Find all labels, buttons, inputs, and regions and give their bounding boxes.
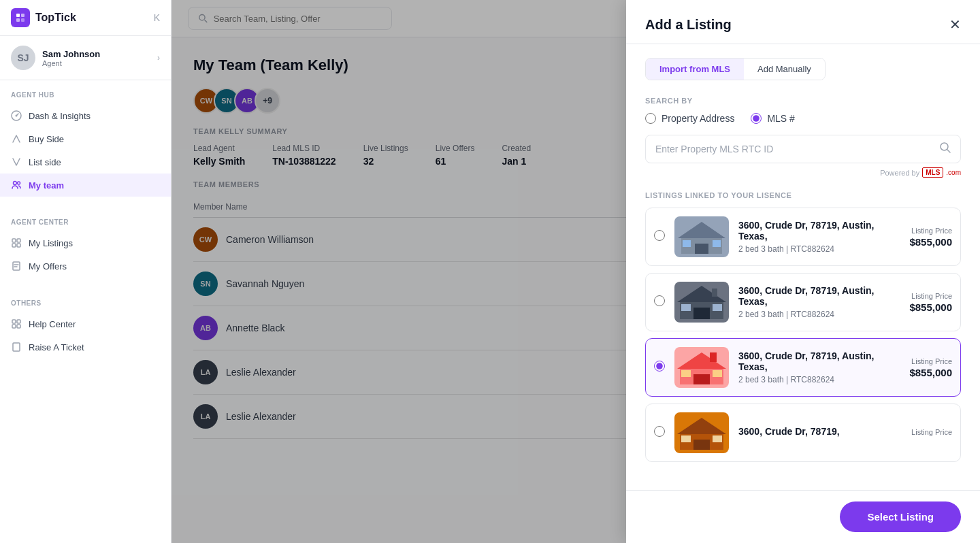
radio-mls-label: MLS # (767, 113, 794, 124)
user-info: Sam Johnson Agent (42, 49, 150, 67)
sidebar-item-my-offers[interactable]: My Offers (0, 254, 171, 278)
mls-search-input[interactable] (645, 135, 961, 163)
sidebar-item-ticket[interactable]: Raise A Ticket (0, 335, 171, 359)
sidebar-item-list-label: List side (29, 157, 61, 167)
sidebar: TopTick K SJ Sam Johnson Agent › AGENT H… (0, 0, 172, 543)
sidebar-item-buy-label: Buy Side (29, 134, 64, 144)
modal-close-button[interactable]: ✕ (949, 16, 961, 33)
listing-sub-1: 2 bed 3 bath | RTC882624 (738, 244, 900, 254)
listing-card-3[interactable]: 3600, Crude Dr, 78719, Austin, Texas, 2 … (645, 338, 961, 397)
listing-image-4 (674, 412, 729, 453)
listing-price-1: $855,000 (909, 236, 952, 248)
listing-info-4: 3600, Crude Dr, 78719, (738, 426, 902, 440)
listing-info-1: 3600, Crude Dr, 78719, Austin, Texas, 2 … (738, 220, 900, 254)
list-icon (11, 157, 22, 167)
app-name: TopTick (35, 12, 76, 24)
user-card[interactable]: SJ Sam Johnson Agent › (0, 36, 171, 80)
import-tabs: Import from MLS Add Manually (645, 58, 826, 80)
user-role: Agent (42, 59, 150, 67)
select-listing-button[interactable]: Select Listing (840, 501, 961, 532)
modal-panel: Add a Listing ✕ Import from MLS Add Manu… (626, 0, 980, 543)
listing-radio-4[interactable] (654, 426, 665, 440)
listing-info-2: 3600, Crude Dr, 78719, Austin, Texas, 2 … (738, 285, 900, 319)
listing-card-2[interactable]: 3600, Crude Dr, 78719, Austin, Texas, 2 … (645, 273, 961, 331)
listing-card-4[interactable]: 3600, Crude Dr, 78719, Listing Price (645, 404, 961, 462)
svg-rect-44 (681, 435, 691, 442)
svg-point-7 (18, 182, 20, 184)
sidebar-item-myteam-label: My team (29, 180, 64, 191)
listing-price-block-3: Listing Price $855,000 (909, 357, 952, 378)
tab-import-mls[interactable]: Import from MLS (646, 59, 744, 80)
sidebar-item-my-listings[interactable]: My Listings (0, 231, 171, 254)
radio-property-address[interactable]: Property Address (645, 113, 734, 124)
user-chevron-icon: › (157, 53, 160, 63)
agent-hub-section: AGENT HUB Dash & Insights Buy Side List … (0, 80, 171, 208)
listing-price-block-4: Listing Price (911, 428, 952, 438)
radio-address-label: Property Address (662, 113, 734, 124)
listing-price-3: $855,000 (909, 367, 952, 378)
listing-radio-3[interactable] (654, 361, 665, 374)
others-label: OTHERS (0, 299, 171, 312)
listing-price-2: $855,000 (909, 301, 952, 313)
team-icon (11, 180, 22, 191)
svg-rect-12 (13, 262, 20, 270)
listing-radio-2[interactable] (654, 295, 665, 309)
tab-add-manually[interactable]: Add Manually (744, 59, 825, 80)
sidebar-item-myteam[interactable]: My team (0, 174, 171, 197)
svg-rect-43 (693, 440, 710, 450)
logo-area: TopTick (11, 8, 76, 27)
svg-rect-2 (16, 18, 20, 22)
listing-card-1[interactable]: 3600, Crude Dr, 78719, Austin, Texas, 2 … (645, 208, 961, 266)
listing-address-3: 3600, Crude Dr, 78719, Austin, Texas, (738, 350, 900, 372)
svg-rect-0 (16, 14, 20, 17)
sidebar-item-my-listings-label: My Listings (29, 238, 73, 248)
listings-icon (11, 237, 22, 248)
sidebar-item-help[interactable]: Help Center (0, 312, 171, 335)
sidebar-item-buy[interactable]: Buy Side (0, 127, 171, 150)
modal-overlay: Add a Listing ✕ Import from MLS Add Manu… (172, 0, 980, 543)
sidebar-item-dash[interactable]: Dash & Insights (0, 104, 171, 127)
listing-info-3: 3600, Crude Dr, 78719, Austin, Texas, 2 … (738, 350, 900, 384)
sidebar-item-ticket-label: Raise A Ticket (29, 342, 84, 352)
sidebar-item-list[interactable]: List side (0, 150, 171, 174)
radio-group: Property Address MLS # (645, 113, 961, 124)
svg-rect-8 (12, 239, 16, 242)
mls-badge: MLS (922, 167, 943, 178)
agent-center-label: AGENT CENTER (0, 218, 171, 231)
agent-hub-label: AGENT HUB (0, 91, 171, 104)
listing-address-2: 3600, Crude Dr, 78719, Austin, Texas, (738, 285, 900, 307)
svg-rect-31 (713, 304, 722, 311)
svg-rect-29 (693, 308, 710, 319)
sidebar-header: TopTick K (0, 0, 171, 36)
user-name: Sam Johnson (42, 49, 150, 59)
svg-rect-24 (683, 240, 691, 247)
collapse-button[interactable]: K (154, 12, 160, 23)
listing-sub-2: 2 bed 3 bath | RTC882624 (738, 310, 900, 319)
listing-radio-1[interactable] (654, 230, 665, 244)
svg-rect-3 (21, 18, 24, 22)
svg-rect-32 (712, 289, 717, 297)
listing-price-label-1: Listing Price (909, 227, 952, 235)
agent-center-section: AGENT CENTER My Listings My Offers (0, 208, 171, 289)
listing-price-label-2: Listing Price (909, 292, 952, 300)
dashboard-icon (11, 110, 22, 121)
svg-rect-17 (13, 343, 20, 351)
listing-image-1 (674, 216, 729, 257)
listing-price-block-2: Listing Price $855,000 (909, 292, 952, 313)
svg-rect-39 (713, 370, 722, 377)
mls-dot-com: .com (946, 169, 961, 176)
svg-point-19 (941, 143, 948, 150)
svg-rect-37 (693, 374, 710, 384)
logo-icon (11, 8, 30, 27)
svg-rect-11 (17, 244, 20, 247)
listing-image-2 (674, 282, 729, 323)
modal-header: Add a Listing ✕ (626, 0, 980, 44)
help-icon (11, 318, 22, 329)
modal-title: Add a Listing (645, 17, 732, 33)
listings-linked-label: LISTINGS LINKED TO YOUR LISENCE (645, 191, 961, 199)
svg-rect-13 (12, 320, 16, 323)
others-section: OTHERS Help Center Raise A Ticket (0, 289, 171, 369)
svg-rect-1 (21, 14, 24, 17)
svg-rect-14 (17, 320, 20, 323)
radio-mls[interactable]: MLS # (751, 113, 794, 124)
